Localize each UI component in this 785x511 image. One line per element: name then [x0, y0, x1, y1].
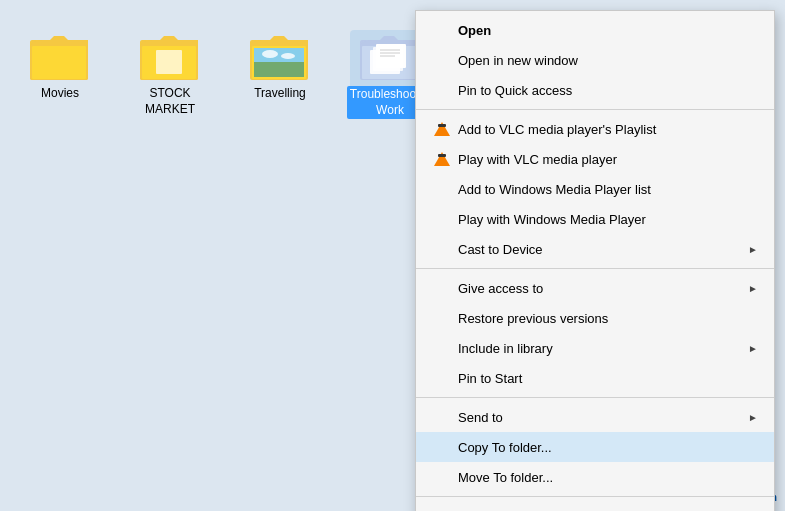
- svg-point-12: [281, 53, 295, 59]
- menu-label-add-vlc-playlist: Add to VLC media player's Playlist: [458, 122, 758, 137]
- menu-label-give-access: Give access to: [458, 281, 748, 296]
- menu-item-cut[interactable]: Cut: [416, 501, 774, 511]
- give-access-icon: [432, 278, 452, 298]
- send-to-arrow: ►: [748, 412, 758, 423]
- send-to-icon: [432, 407, 452, 427]
- menu-label-pin-start: Pin to Start: [458, 371, 758, 386]
- vlc-play-icon: [432, 149, 452, 169]
- menu-item-restore-versions[interactable]: Restore previous versions: [416, 303, 774, 333]
- menu-item-move-to-folder[interactable]: Move To folder...: [416, 462, 774, 492]
- separator-1: [416, 109, 774, 110]
- menu-label-open-new-window: Open in new window: [458, 53, 758, 68]
- folder-icon-stock-market: [140, 30, 200, 82]
- menu-item-open-new-window[interactable]: Open in new window: [416, 45, 774, 75]
- context-menu: Open Open in new window Pin to Quick acc…: [415, 10, 775, 511]
- menu-item-pin-start[interactable]: Pin to Start: [416, 363, 774, 393]
- cut-icon: [432, 506, 452, 511]
- separator-3: [416, 397, 774, 398]
- folder-movies[interactable]: Movies: [20, 30, 100, 102]
- restore-versions-icon: [432, 308, 452, 328]
- menu-item-include-library[interactable]: Include in library ►: [416, 333, 774, 363]
- folder-label-stock-market: STOCK MARKET: [130, 86, 210, 117]
- folder-label-travelling: Travelling: [254, 86, 306, 102]
- menu-item-pin-quick-access[interactable]: Pin to Quick access: [416, 75, 774, 105]
- cast-device-icon: [432, 239, 452, 259]
- folder-stock-market[interactable]: STOCK MARKET: [130, 30, 210, 117]
- menu-label-add-wmp-list: Add to Windows Media Player list: [458, 182, 758, 197]
- desktop: Movies STOCK MARKET: [0, 0, 785, 511]
- menu-item-open[interactable]: Open: [416, 15, 774, 45]
- menu-item-add-wmp-list[interactable]: Add to Windows Media Player list: [416, 174, 774, 204]
- include-library-arrow: ►: [748, 343, 758, 354]
- menu-label-play-vlc: Play with VLC media player: [458, 152, 758, 167]
- menu-item-cast-device[interactable]: Cast to Device ►: [416, 234, 774, 264]
- svg-rect-2: [32, 46, 86, 79]
- svg-rect-6: [156, 50, 182, 74]
- wmp-play-icon: [432, 209, 452, 229]
- menu-label-restore-versions: Restore previous versions: [458, 311, 758, 326]
- open-icon: [432, 20, 452, 40]
- menu-label-include-library: Include in library: [458, 341, 748, 356]
- folder-travelling[interactable]: Travelling: [240, 30, 320, 102]
- menu-label-pin-quick-access: Pin to Quick access: [458, 83, 758, 98]
- menu-label-play-wmp: Play with Windows Media Player: [458, 212, 758, 227]
- cast-device-arrow: ►: [748, 244, 758, 255]
- menu-label-open: Open: [458, 23, 758, 38]
- menu-label-send-to: Send to: [458, 410, 748, 425]
- folder-icon-travelling: [250, 30, 310, 82]
- vlc-playlist-icon: [432, 119, 452, 139]
- include-library-icon: [432, 338, 452, 358]
- menu-item-play-wmp[interactable]: Play with Windows Media Player: [416, 204, 774, 234]
- pin-start-icon: [432, 368, 452, 388]
- wmp-list-icon: [432, 179, 452, 199]
- menu-label-cast-device: Cast to Device: [458, 242, 748, 257]
- menu-label-copy-to-folder: Copy To folder...: [458, 440, 758, 455]
- menu-item-send-to[interactable]: Send to ►: [416, 402, 774, 432]
- svg-rect-10: [254, 48, 304, 62]
- copy-to-folder-icon: [432, 437, 452, 457]
- menu-item-play-vlc[interactable]: Play with VLC media player: [416, 144, 774, 174]
- move-to-folder-icon: [432, 467, 452, 487]
- menu-label-move-to-folder: Move To folder...: [458, 470, 758, 485]
- folder-icon-movies: [30, 30, 90, 82]
- pin-quick-access-icon: [432, 80, 452, 100]
- folder-label-movies: Movies: [41, 86, 79, 102]
- separator-4: [416, 496, 774, 497]
- svg-point-11: [262, 50, 278, 58]
- separator-2: [416, 268, 774, 269]
- give-access-arrow: ►: [748, 283, 758, 294]
- folder-icon-troubleshooter-work: [360, 30, 420, 82]
- open-new-window-icon: [432, 50, 452, 70]
- menu-item-copy-to-folder[interactable]: Copy To folder...: [416, 432, 774, 462]
- menu-item-give-access[interactable]: Give access to ►: [416, 273, 774, 303]
- svg-rect-13: [254, 62, 304, 77]
- menu-item-add-vlc-playlist[interactable]: Add to VLC media player's Playlist: [416, 114, 774, 144]
